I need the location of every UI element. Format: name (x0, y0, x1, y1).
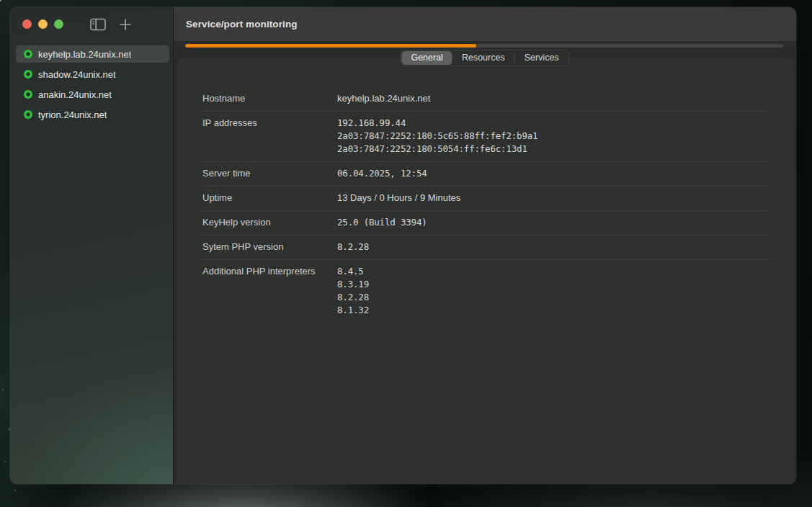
table-row-hostname: Hostname keyhelp.lab.24unix.net (202, 87, 770, 112)
titlebar: Service/port monitoring (174, 7, 796, 41)
row-value: 13 Days / 0 Hours / 9 Minutes (337, 192, 460, 205)
row-value: 8.4.5 8.3.19 8.2.28 8.1.32 (337, 265, 369, 317)
status-online-icon (24, 50, 32, 58)
progress-bar (185, 44, 783, 48)
table-row-system-php-version: Sytem PHP version 8.2.28 (202, 235, 770, 260)
zoom-window-button[interactable] (54, 19, 63, 29)
server-list: keyhelp.lab.24unix.net shadow.24unix.net… (10, 45, 173, 126)
sidebar-item-shadow[interactable]: shadow.24unix.net (16, 66, 169, 83)
sidebar: keyhelp.lab.24unix.net shadow.24unix.net… (10, 7, 173, 484)
sidebar-item-keyhelp[interactable]: keyhelp.lab.24unix.net (16, 45, 169, 63)
status-online-icon (24, 90, 32, 99)
tab-bar: General Resources Services (400, 50, 569, 66)
plus-icon (119, 18, 132, 31)
sidebar-item-anakin[interactable]: anakin.24unix.net (16, 86, 169, 103)
row-label: IP addresses (202, 117, 337, 130)
row-label: KeyHelp version (202, 216, 337, 229)
toggle-sidebar-button[interactable] (88, 14, 108, 35)
tab-resources[interactable]: Resources (452, 51, 514, 65)
tab-services[interactable]: Services (515, 51, 568, 65)
progress-fill (185, 44, 476, 48)
main-area: Service/port monitoring General Resource… (173, 7, 796, 484)
tab-general[interactable]: General (401, 51, 452, 65)
row-label: Hostname (202, 92, 337, 105)
row-value: 8.2.28 (337, 241, 369, 254)
row-label: Server time (202, 167, 337, 180)
close-window-button[interactable] (22, 19, 32, 29)
details-table: Hostname keyhelp.lab.24unix.net IP addre… (177, 58, 793, 323)
row-label: Sytem PHP version (202, 241, 337, 254)
add-server-button[interactable] (115, 14, 135, 35)
server-name: shadow.24unix.net (38, 69, 116, 80)
server-name: keyhelp.lab.24unix.net (38, 49, 131, 60)
table-row-uptime: Uptime 13 Days / 0 Hours / 9 Minutes (202, 187, 770, 211)
server-name: anakin.24unix.net (38, 89, 112, 100)
row-value: 25.0 (Build 3394) (337, 216, 427, 229)
table-row-ip-addresses: IP addresses 192.168.99.44 2a03:7847:225… (202, 112, 770, 162)
table-row-server-time: Server time 06.04.2025, 12:54 (202, 162, 770, 187)
row-value: 06.04.2025, 12:54 (337, 167, 427, 180)
window-controls (10, 7, 173, 41)
table-row-additional-php-interpreters: Additional PHP interpreters 8.4.5 8.3.19… (202, 260, 770, 323)
row-label: Uptime (202, 192, 337, 205)
wallpaper-speckles (0, 0, 1, 1)
status-online-icon (24, 70, 32, 78)
sidebar-item-tyrion[interactable]: tyrion.24unix.net (16, 106, 169, 123)
sidebar-icon (90, 18, 106, 31)
server-name: tyrion.24unix.net (38, 109, 107, 120)
row-value: 192.168.99.44 2a03:7847:2252:180:5c65:88… (337, 117, 537, 156)
table-row-keyhelp-version: KeyHelp version 25.0 (Build 3394) (202, 211, 770, 235)
status-online-icon (24, 110, 32, 119)
page-title: Service/port monitoring (186, 19, 298, 30)
row-value: keyhelp.lab.24unix.net (337, 92, 430, 105)
row-label: Additional PHP interpreters (202, 265, 337, 278)
minimize-window-button[interactable] (38, 19, 48, 29)
app-window: keyhelp.lab.24unix.net shadow.24unix.net… (10, 7, 796, 484)
